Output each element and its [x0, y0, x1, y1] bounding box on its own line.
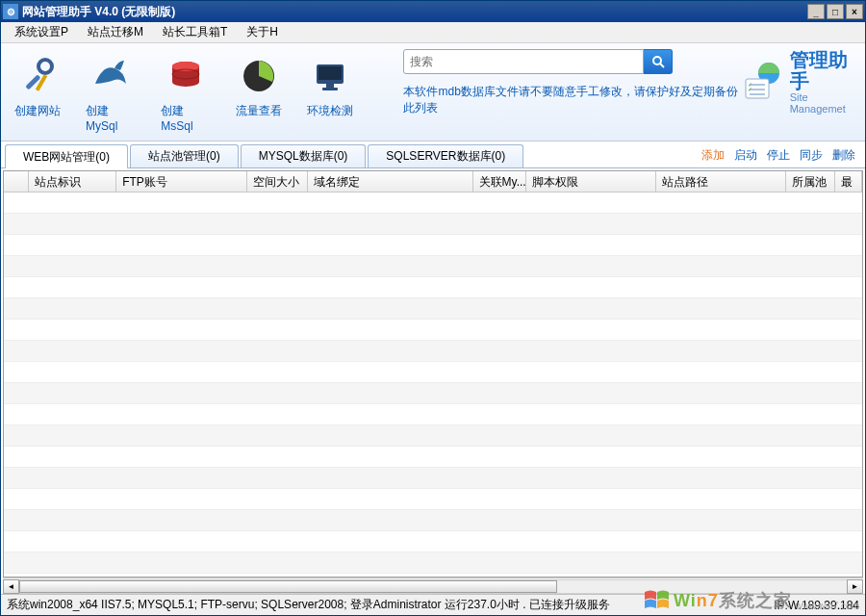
minimize-button[interactable]: _ — [807, 4, 825, 19]
search-input[interactable] — [403, 49, 644, 74]
titlebar: ⚙ 网站管理助手 V4.0 (无限制版) _ □ × — [1, 1, 865, 22]
status-ip: IP:W.189.39.184 — [774, 599, 859, 612]
grid-column-header[interactable] — [4, 171, 29, 192]
tabbar: WEB网站管理(0) 站点池管理(0) MYSQL数据库(0) SQLSERVE… — [1, 141, 865, 168]
table-row[interactable] — [4, 320, 862, 341]
logo-title-cn: 管理助手 — [790, 49, 855, 91]
tool-label: 创建MsSql — [161, 103, 211, 133]
scroll-right-button[interactable]: ► — [847, 579, 863, 594]
data-grid: 站点标识FTP账号空间大小域名绑定关联My...脚本权限站点路径所属池最 — [3, 170, 863, 578]
toolbar-warning-text: 本软件mdb数据库文件请不要随意手工修改，请保护好及定期备份此列表 — [403, 84, 739, 116]
menu-system-settings[interactable]: 系统设置P — [5, 22, 78, 42]
tab-label: MYSQL数据库(0) — [259, 148, 348, 165]
globe-checklist-icon: ✓✓ — [740, 60, 784, 104]
search-icon — [651, 55, 665, 68]
table-row[interactable] — [4, 531, 862, 552]
table-row[interactable] — [4, 277, 862, 298]
table-row[interactable] — [4, 447, 862, 468]
statusbar: 系统win2008_x64 IIS7.5; MYSQL5.1; FTP-serv… — [1, 594, 865, 615]
tool-label: 环境检测 — [307, 103, 353, 119]
grid-column-header[interactable]: 所属池 — [786, 171, 835, 192]
action-start[interactable]: 启动 — [734, 147, 757, 164]
mysql-dolphin-icon — [88, 53, 134, 99]
action-sync[interactable]: 同步 — [800, 147, 823, 164]
scroll-left-button[interactable]: ◄ — [3, 579, 19, 594]
grid-body — [4, 192, 862, 577]
tab-label: 站点池管理(0) — [148, 148, 220, 165]
table-row[interactable] — [4, 214, 862, 235]
traffic-view-button[interactable]: 流量查看 — [232, 49, 286, 123]
menu-site-migration[interactable]: 站点迁移M — [78, 22, 153, 42]
menubar: 系统设置P 站点迁移M 站长工具箱T 关于H — [1, 22, 865, 43]
toolbar: 创建网站 创建MySql 创建MsSql 流量查看 环境检测 — [1, 43, 865, 141]
grid-column-header[interactable]: 最 — [835, 171, 862, 192]
logo-title-en: Site Managemet — [790, 91, 855, 115]
table-row[interactable] — [4, 192, 862, 214]
tab-mysql-db[interactable]: MYSQL数据库(0) — [241, 144, 367, 167]
create-mysql-button[interactable]: 创建MySql — [82, 49, 140, 137]
pie-chart-icon — [236, 53, 282, 99]
scroll-track[interactable] — [19, 579, 847, 594]
svg-point-1 — [38, 60, 52, 73]
tab-label: WEB网站管理(0) — [23, 149, 110, 166]
table-row[interactable] — [4, 235, 862, 256]
grid-column-header[interactable]: 站点路径 — [656, 171, 786, 192]
env-check-button[interactable]: 环境检测 — [303, 49, 357, 123]
table-row[interactable] — [4, 362, 862, 383]
app-logo: ✓✓ 管理助手 Site Managemet — [740, 49, 855, 115]
tab-web-management[interactable]: WEB网站管理(0) — [5, 144, 128, 168]
svg-rect-10 — [322, 88, 338, 90]
db-cylinder-icon — [163, 53, 209, 99]
tab-label: SQLSERVER数据库(0) — [386, 148, 505, 165]
table-row[interactable] — [4, 510, 862, 531]
wrench-screwdriver-icon — [14, 53, 61, 99]
grid-column-header[interactable]: 站点标识 — [29, 171, 116, 192]
svg-rect-9 — [326, 84, 334, 88]
svg-point-11 — [653, 57, 661, 64]
status-system-info: 系统win2008_x64 IIS7.5; MYSQL5.1; FTP-serv… — [7, 597, 774, 613]
action-delete[interactable]: 删除 — [832, 147, 855, 164]
create-website-button[interactable]: 创建网站 — [11, 49, 64, 123]
svg-line-12 — [660, 64, 664, 67]
table-row[interactable] — [4, 383, 862, 404]
menu-about[interactable]: 关于H — [237, 22, 288, 42]
grid-column-header[interactable]: 域名绑定 — [308, 171, 472, 192]
tool-label: 创建MySql — [86, 103, 136, 133]
table-row[interactable] — [4, 489, 862, 510]
table-row[interactable] — [4, 425, 862, 447]
window-title: 网站管理助手 V4.0 (无限制版) — [22, 4, 805, 20]
grid-column-header[interactable]: 脚本权限 — [526, 171, 656, 192]
tab-sitepool-management[interactable]: 站点池管理(0) — [130, 144, 239, 167]
svg-text:✓: ✓ — [748, 87, 752, 92]
table-row[interactable] — [4, 468, 862, 489]
tool-label: 流量查看 — [236, 103, 282, 119]
monitor-icon — [307, 53, 353, 99]
table-row[interactable] — [4, 552, 862, 574]
app-icon: ⚙ — [3, 4, 18, 19]
grid-header: 站点标识FTP账号空间大小域名绑定关联My...脚本权限站点路径所属池最 — [4, 171, 862, 192]
close-button[interactable]: × — [846, 4, 863, 19]
tab-sqlserver-db[interactable]: SQLSERVER数据库(0) — [368, 144, 523, 167]
menu-webmaster-tools[interactable]: 站长工具箱T — [153, 22, 237, 42]
tool-label: 创建网站 — [14, 103, 61, 119]
scroll-thumb[interactable] — [19, 580, 557, 593]
grid-column-header[interactable]: FTP账号 — [116, 171, 246, 192]
horizontal-scrollbar[interactable]: ◄ ► — [3, 578, 863, 594]
create-mssql-button[interactable]: 创建MsSql — [157, 49, 215, 137]
action-add[interactable]: 添加 — [701, 147, 725, 164]
table-row[interactable] — [4, 298, 862, 320]
table-row[interactable] — [4, 574, 862, 577]
table-row[interactable] — [4, 341, 862, 362]
grid-column-header[interactable]: 关联My... — [473, 171, 526, 192]
table-row[interactable] — [4, 256, 862, 277]
grid-column-header[interactable]: 空间大小 — [247, 171, 309, 192]
search-button[interactable] — [644, 49, 673, 74]
table-row[interactable] — [4, 404, 862, 425]
svg-rect-8 — [318, 66, 342, 80]
action-stop[interactable]: 停止 — [767, 147, 790, 164]
maximize-button[interactable]: □ — [827, 4, 844, 19]
